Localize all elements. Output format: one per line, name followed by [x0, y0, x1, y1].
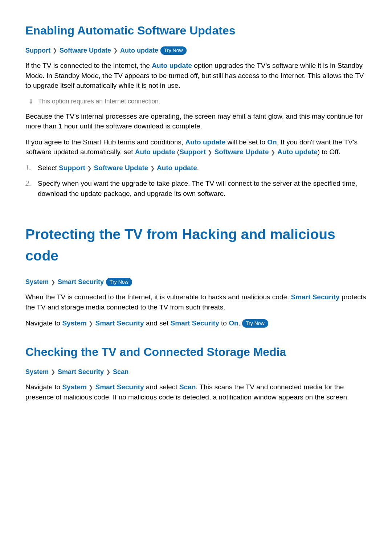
chevron-right-icon: ❯ [89, 384, 93, 390]
highlight-on: On [229, 319, 238, 327]
chevron-right-icon: ❯ [106, 368, 111, 376]
text: Select [38, 164, 59, 172]
breadcrumb-scan: System ❯ Smart Security ❯ Scan [25, 367, 367, 377]
highlight-software-update: Software Update [215, 148, 269, 156]
breadcrumb-item: Software Update [60, 46, 111, 56]
chevron-right-icon: ❯ [53, 46, 57, 55]
text: ( [175, 148, 180, 156]
text: and select [144, 383, 179, 391]
text: . [238, 319, 242, 327]
chevron-right-icon: ❯ [208, 149, 212, 155]
highlight-software-update: Software Update [94, 164, 148, 172]
breadcrumb-item: System [25, 367, 49, 377]
chevron-right-icon: ❯ [150, 165, 155, 171]
highlight-auto-update: Auto update [152, 62, 192, 69]
highlight-auto-update: Auto update [135, 148, 175, 156]
text: and set [144, 319, 171, 327]
text: When the TV is connected to the Internet… [25, 293, 291, 301]
highlight-scan: Scan [179, 383, 196, 391]
text: Navigate to [25, 383, 62, 391]
text: to [219, 319, 229, 327]
breadcrumb-item: Scan [113, 367, 128, 377]
chevron-right-icon: ❯ [271, 149, 275, 155]
paragraph: Navigate to System ❯ Smart Security and … [25, 318, 367, 328]
paragraph: If the TV is connected to the Internet, … [25, 61, 367, 91]
chevron-right-icon: ❯ [87, 165, 92, 171]
heading-checking-tv-storage: Checking the TV and Connected Storage Me… [25, 343, 367, 361]
breadcrumb-smart-security: System ❯ Smart Security Try Now [25, 277, 367, 287]
highlight-support: Support [59, 164, 85, 172]
step-item: Specify when you want the upgrade to tak… [25, 178, 367, 198]
chevron-right-icon: ❯ [113, 46, 118, 55]
chevron-right-icon: ❯ [51, 368, 56, 376]
note-text: This option requires an Internet connect… [38, 97, 160, 106]
breadcrumb-item: Smart Security [58, 277, 104, 287]
breadcrumb-item: Auto update [120, 46, 158, 56]
highlight-on: On [267, 138, 277, 146]
breadcrumb-auto-update: Support ❯ Software Update ❯ Auto update … [25, 46, 367, 56]
ordered-steps: Select Support ❯ Software Update ❯ Auto … [25, 163, 367, 199]
text: . [197, 164, 199, 172]
heading-enabling-auto-update: Enabling Automatic Software Updates [25, 22, 367, 39]
highlight-smart-security: Smart Security [95, 383, 144, 391]
paragraph: If you agree to the Smart Hub terms and … [25, 137, 367, 157]
try-now-badge[interactable]: Try Now [106, 278, 132, 286]
highlight-auto-update: Auto update [185, 138, 225, 146]
highlight-system: System [62, 383, 87, 391]
breadcrumb-item: System [25, 277, 49, 287]
step-item: Select Support ❯ Software Update ❯ Auto … [25, 163, 367, 173]
text: will be set to [225, 138, 267, 146]
pencil-icon: ✎ [25, 96, 36, 107]
text: If you agree to the Smart Hub terms and … [25, 138, 185, 146]
breadcrumb-item: Support [25, 46, 50, 56]
highlight-auto-update: Auto update [157, 164, 197, 172]
breadcrumb-item: Smart Security [58, 367, 104, 377]
paragraph: Because the TV's internal processes are … [25, 111, 367, 131]
note: ✎ This option requires an Internet conne… [28, 97, 367, 106]
text: ) to Off. [318, 148, 340, 156]
text: If the TV is connected to the Internet, … [25, 62, 152, 69]
highlight-support: Support [179, 148, 206, 156]
highlight-system: System [62, 319, 87, 327]
highlight-auto-update: Auto update [277, 148, 318, 156]
text: Navigate to [25, 319, 62, 327]
paragraph: When the TV is connected to the Internet… [25, 292, 367, 312]
highlight-smart-security: Smart Security [171, 319, 219, 327]
chevron-right-icon: ❯ [51, 278, 56, 287]
try-now-badge[interactable]: Try Now [160, 46, 187, 55]
paragraph: Navigate to System ❯ Smart Security and … [25, 382, 367, 402]
chevron-right-icon: ❯ [89, 320, 93, 327]
try-now-badge[interactable]: Try Now [242, 319, 268, 327]
heading-protecting-tv: Protecting the TV from Hacking and malic… [25, 224, 367, 266]
highlight-smart-security: Smart Security [291, 293, 340, 301]
highlight-smart-security: Smart Security [95, 319, 144, 327]
